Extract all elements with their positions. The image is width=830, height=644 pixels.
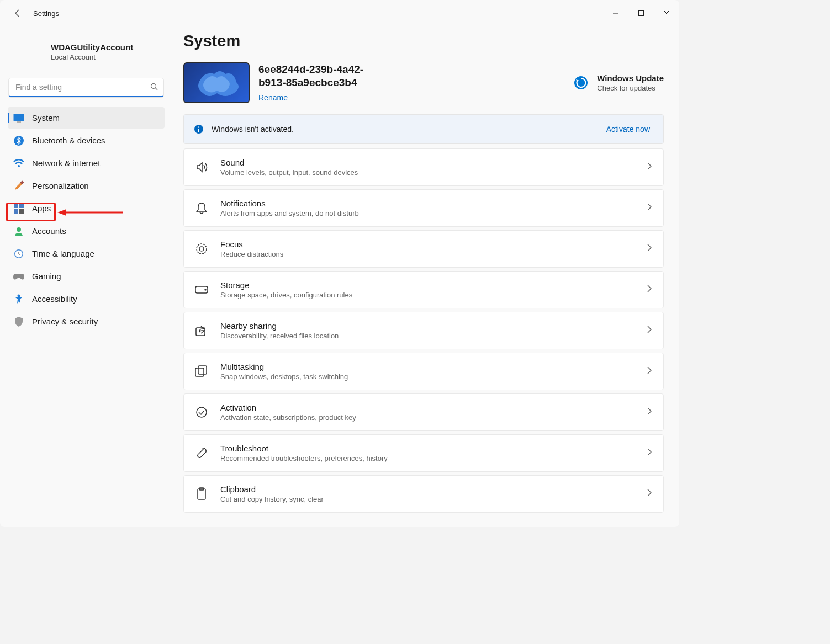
card-sound[interactable]: Sound Volume levels, output, input, soun… <box>183 148 664 186</box>
share-icon <box>195 324 208 337</box>
sidebar-item-personalization[interactable]: Personalization <box>8 175 165 196</box>
sidebar-item-apps[interactable]: Apps <box>8 198 165 219</box>
gamepad-icon <box>13 271 24 282</box>
sidebar-item-label: Privacy & security <box>32 317 98 326</box>
card-sub: Discoverability, received files location <box>220 332 339 340</box>
svg-rect-12 <box>19 204 24 208</box>
card-focus[interactable]: Focus Reduce distractions <box>183 230 664 268</box>
search-icon <box>150 83 158 93</box>
multitask-icon <box>195 365 208 378</box>
svg-point-4 <box>151 84 156 89</box>
sidebar-item-time[interactable]: Time & language <box>8 243 165 264</box>
card-title: Storage <box>220 280 352 290</box>
titlebar: Settings <box>0 0 679 26</box>
sidebar-item-label: System <box>32 113 60 123</box>
card-sub: Cut and copy history, sync, clear <box>220 495 324 503</box>
sidebar-item-label: Personalization <box>32 181 89 190</box>
maximize-button[interactable] <box>628 4 654 22</box>
chevron-right-icon <box>647 285 652 295</box>
window-controls <box>603 4 679 22</box>
device-header: 6ee8244d-239b-4a42-b913-85a9ecbce3b4 Ren… <box>183 62 664 103</box>
card-title: Nearby sharing <box>220 321 339 331</box>
account-block[interactable]: WDAGUtilityAccount Local Account <box>8 30 165 75</box>
check-circle-icon <box>195 406 208 419</box>
sidebar-item-label: Gaming <box>32 272 61 281</box>
wrench-icon <box>195 446 208 460</box>
clock-icon <box>13 248 24 259</box>
search-input[interactable] <box>9 78 163 97</box>
svg-point-23 <box>198 126 199 127</box>
card-sub: Volume levels, output, input, sound devi… <box>220 168 358 177</box>
sidebar-item-label: Accessibility <box>32 294 77 304</box>
sidebar-item-accessibility[interactable]: Accessibility <box>8 288 165 310</box>
update-title: Windows Update <box>597 73 664 83</box>
sidebar-item-bluetooth[interactable]: Bluetooth & devices <box>8 130 165 151</box>
sidebar-item-label: Bluetooth & devices <box>32 136 105 145</box>
sidebar-item-label: Apps <box>32 204 51 213</box>
accessibility-icon <box>13 294 24 305</box>
svg-rect-30 <box>195 368 204 376</box>
svg-point-28 <box>205 289 206 290</box>
sidebar-item-label: Accounts <box>32 226 66 236</box>
svg-rect-13 <box>14 209 18 214</box>
card-storage[interactable]: Storage Storage space, drives, configura… <box>183 271 664 308</box>
wifi-icon <box>13 158 24 169</box>
svg-point-32 <box>197 407 207 417</box>
minimize-button[interactable] <box>603 4 628 22</box>
chevron-right-icon <box>647 203 652 213</box>
sidebar: WDAGUtilityAccount Local Account System … <box>0 26 171 527</box>
card-clipboard[interactable]: Clipboard Cut and copy history, sync, cl… <box>183 475 664 513</box>
svg-rect-7 <box>17 121 21 123</box>
card-troubleshoot[interactable]: Troubleshoot Recommended troubleshooters… <box>183 434 664 472</box>
chevron-right-icon <box>647 162 652 172</box>
sidebar-item-privacy[interactable]: Privacy & security <box>8 311 165 332</box>
card-multitasking[interactable]: Multitasking Snap windows, desktops, tas… <box>183 353 664 390</box>
page-title: System <box>183 32 664 50</box>
bell-icon <box>195 201 208 215</box>
card-nearby-sharing[interactable]: Nearby sharing Discoverability, received… <box>183 312 664 349</box>
account-sub: Local Account <box>51 53 133 61</box>
focus-icon <box>195 242 208 256</box>
card-notifications[interactable]: Notifications Alerts from apps and syste… <box>183 189 664 227</box>
sound-icon <box>195 161 208 174</box>
apps-icon <box>13 203 24 214</box>
device-name: 6ee8244d-239b-4a42-b913-85a9ecbce3b4 <box>258 63 380 89</box>
main-content: System 6ee8244d-239b-4a42-b913-85a9ecbce… <box>171 26 679 527</box>
system-icon <box>13 113 24 124</box>
activate-link[interactable]: Activate now <box>606 125 650 134</box>
windows-update-block[interactable]: Windows Update Check for updates <box>574 73 664 92</box>
back-button[interactable] <box>10 6 25 21</box>
info-icon <box>194 124 204 134</box>
svg-point-26 <box>199 247 204 251</box>
chevron-right-icon <box>647 366 652 376</box>
sidebar-item-network[interactable]: Network & internet <box>8 152 165 174</box>
sidebar-item-accounts[interactable]: Accounts <box>8 220 165 242</box>
card-activation[interactable]: Activation Activation state, subscriptio… <box>183 393 664 431</box>
rename-link[interactable]: Rename <box>258 93 288 102</box>
sidebar-item-label: Time & language <box>32 249 94 258</box>
card-sub: Recommended troubleshooters, preferences… <box>220 454 388 462</box>
card-title: Activation <box>220 403 356 412</box>
card-sub: Activation state, subscriptions, product… <box>220 413 356 422</box>
svg-rect-1 <box>639 11 644 16</box>
svg-rect-14 <box>19 209 24 214</box>
sidebar-item-system[interactable]: System <box>8 107 165 129</box>
update-sub: Check for updates <box>597 84 664 92</box>
svg-point-15 <box>17 227 21 232</box>
svg-rect-33 <box>198 489 205 499</box>
svg-point-25 <box>197 244 207 254</box>
chevron-right-icon <box>647 448 652 458</box>
avatar <box>13 36 44 67</box>
bluetooth-icon <box>13 135 24 146</box>
sidebar-item-label: Network & internet <box>32 158 100 168</box>
card-title: Notifications <box>220 199 359 208</box>
chevron-right-icon <box>647 326 652 336</box>
storage-icon <box>195 283 208 296</box>
close-button[interactable] <box>654 4 679 22</box>
chevron-right-icon <box>647 489 652 499</box>
window-title: Settings <box>33 9 59 18</box>
svg-point-9 <box>18 165 20 167</box>
sidebar-item-gaming[interactable]: Gaming <box>8 265 165 287</box>
settings-window: Settings WDAGUtilityAccount Local Accoun… <box>0 0 679 527</box>
chevron-right-icon <box>647 407 652 417</box>
